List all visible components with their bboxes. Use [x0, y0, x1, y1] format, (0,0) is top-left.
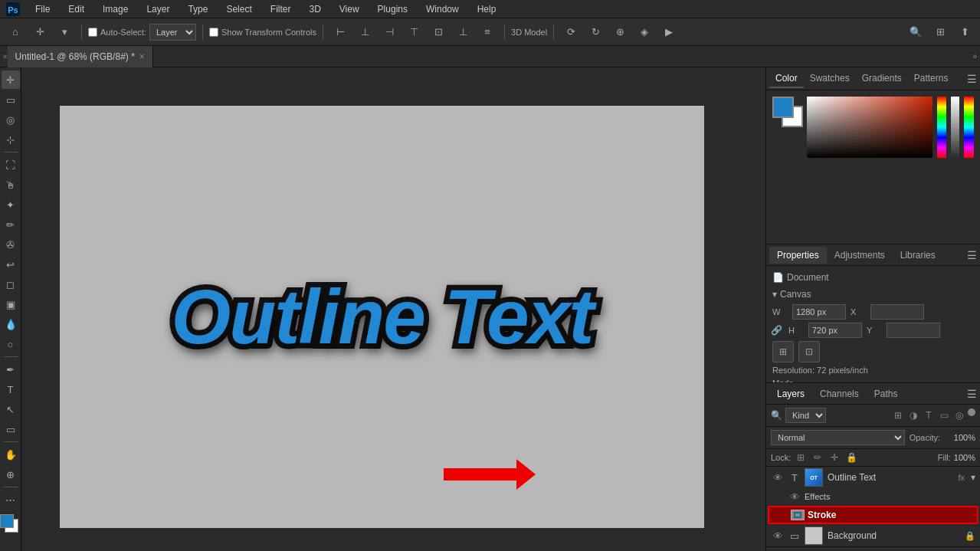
extra-icon[interactable]: ↻	[585, 21, 606, 43]
align-right-icon[interactable]: ⊣	[379, 21, 400, 43]
document-section-header[interactable]: 📄 Document	[772, 272, 974, 283]
magnet-icon[interactable]: ⊕	[609, 21, 631, 43]
zoom-tool[interactable]: ⊕	[2, 465, 20, 484]
align-middle-icon[interactable]: ⊡	[428, 21, 449, 43]
share-icon[interactable]: ⬆	[954, 21, 975, 43]
visibility-icon-effects[interactable]: 👁	[788, 490, 801, 503]
menu-image[interactable]: Image	[100, 2, 131, 16]
y-input[interactable]	[887, 323, 940, 338]
menu-view[interactable]: View	[336, 2, 362, 16]
visibility-icon-outline-text[interactable]: 👁	[771, 471, 785, 484]
hue-strip[interactable]	[937, 97, 946, 158]
gradient-tool[interactable]: ▣	[2, 295, 20, 313]
eyedropper-tool[interactable]: 🖱	[2, 175, 20, 194]
history-brush-tool[interactable]: ↩	[2, 255, 20, 274]
canvas-section-header[interactable]: ▾ Canvas	[772, 289, 974, 300]
blend-mode-select[interactable]: Normal	[771, 430, 905, 445]
move-tool-icon[interactable]: ⌂	[5, 21, 26, 43]
pen-tool[interactable]: ✒	[2, 360, 20, 379]
spectrum-bar[interactable]	[964, 97, 974, 158]
menu-3d[interactable]: 3D	[306, 2, 323, 16]
move-tool[interactable]: ✛	[2, 71, 20, 89]
menu-filter[interactable]: Filter	[267, 2, 294, 16]
eraser-tool[interactable]: ◻	[2, 275, 20, 294]
tab-properties[interactable]: Properties	[769, 247, 827, 264]
shape-layer-filter-icon[interactable]: ▭	[937, 408, 951, 422]
layer-outline-text[interactable]: 👁 T OT Outline Text fx ▾	[766, 467, 980, 488]
lock-artboard-icon[interactable]: ✛	[828, 451, 841, 464]
magic-wand-tool[interactable]: ⊹	[2, 130, 20, 149]
options-icon[interactable]: ◈	[634, 21, 655, 43]
fx-badge-outline-text[interactable]: fx	[958, 473, 965, 482]
layer-kind-filter[interactable]: Kind	[785, 408, 826, 423]
dodge-tool[interactable]: ○	[2, 335, 20, 353]
blur-tool[interactable]: 💧	[2, 315, 20, 333]
color-gradient-field[interactable]	[807, 97, 932, 158]
alpha-strip[interactable]	[951, 97, 959, 158]
healing-tool[interactable]: ✦	[2, 195, 20, 214]
menu-help[interactable]: Help	[474, 2, 500, 16]
tab-layers[interactable]: Layers	[769, 385, 812, 402]
tab-adjustments[interactable]: Adjustments	[827, 247, 893, 264]
distribute-icon[interactable]: ≡	[477, 21, 498, 43]
menu-type[interactable]: Type	[185, 2, 211, 16]
canvas-document[interactable]: Outline Text	[60, 106, 704, 528]
arrow-down-icon[interactable]: ▾	[54, 21, 75, 43]
align-left-icon[interactable]: ⊢	[329, 21, 351, 43]
lasso-tool[interactable]: ◎	[2, 110, 20, 129]
lock-all-icon[interactable]: 🔒	[844, 451, 858, 464]
menu-window[interactable]: Window	[423, 2, 462, 16]
tab-channels[interactable]: Channels	[812, 385, 867, 402]
menu-select[interactable]: Select	[223, 2, 254, 16]
color-panel-menu-icon[interactable]: ☰	[967, 73, 977, 85]
tab-patterns[interactable]: Patterns	[908, 70, 955, 88]
auto-select-checkbox[interactable]	[88, 28, 97, 37]
link-constraint-icon[interactable]: 🔗	[771, 325, 782, 336]
menu-layer[interactable]: Layer	[143, 2, 172, 16]
tab-swatches[interactable]: Swatches	[804, 70, 856, 88]
layer-type-select[interactable]: Layer Group	[149, 24, 196, 41]
more-icon[interactable]: ⟳	[560, 21, 582, 43]
layers-panel-menu-icon[interactable]: ☰	[967, 388, 977, 400]
show-transform-checkbox[interactable]	[209, 28, 218, 37]
canvas-size-icon[interactable]: ⊞	[772, 341, 794, 362]
hand-tool[interactable]: ✋	[2, 445, 20, 464]
crop-tool[interactable]: ⛶	[2, 156, 20, 174]
right-collapse-icon[interactable]: »	[972, 52, 977, 61]
align-top-icon[interactable]: ⊤	[403, 21, 424, 43]
align-bottom-icon[interactable]: ⊥	[452, 21, 474, 43]
path-select-tool[interactable]: ↖	[2, 400, 20, 418]
filter-toggle[interactable]	[968, 408, 975, 416]
layer-background[interactable]: 👁 ▭ Background 🔒	[766, 525, 980, 546]
shape-tool[interactable]: ▭	[2, 420, 20, 438]
tab-libraries[interactable]: Libraries	[893, 247, 943, 264]
fill-value[interactable]: 100%	[954, 453, 975, 462]
menu-file[interactable]: File	[32, 2, 53, 16]
search-filter-icon[interactable]: 🔍	[771, 410, 782, 421]
action-icon[interactable]: ▶	[658, 21, 680, 43]
menu-edit[interactable]: Edit	[65, 2, 87, 16]
lock-pixels-icon[interactable]: ⊞	[794, 451, 808, 464]
effects-group[interactable]: 👁 Effects	[766, 488, 980, 505]
visibility-icon-background[interactable]: 👁	[771, 529, 785, 543]
tab-color[interactable]: Color	[769, 70, 804, 88]
tab-close-button[interactable]: ×	[139, 51, 145, 62]
image-size-icon[interactable]: ⊡	[798, 341, 820, 362]
x-input[interactable]	[870, 304, 924, 320]
brush-tool[interactable]: ✏	[2, 215, 20, 234]
document-tab[interactable]: Untitled-1 @ 68% (RGB/8#) * ×	[8, 46, 153, 67]
smart-object-filter-icon[interactable]: ◎	[952, 408, 966, 422]
workspace-icon[interactable]: ⊞	[929, 21, 951, 43]
properties-menu-icon[interactable]: ☰	[967, 249, 977, 261]
lock-move-icon[interactable]: ✏	[811, 451, 824, 464]
foreground-color-swatch[interactable]	[0, 514, 14, 528]
pixel-layer-filter-icon[interactable]: ⊞	[891, 408, 905, 422]
search-icon[interactable]: 🔍	[905, 21, 926, 43]
layer-expand-icon[interactable]: ▾	[971, 472, 975, 483]
marquee-tool[interactable]: ▭	[2, 90, 20, 109]
stamp-tool[interactable]: ✇	[2, 235, 20, 254]
foreground-color-square[interactable]	[772, 97, 794, 118]
tab-gradients[interactable]: Gradients	[856, 70, 908, 88]
opacity-value[interactable]: 100%	[945, 433, 975, 442]
more-tools[interactable]: ⋯	[2, 490, 20, 509]
